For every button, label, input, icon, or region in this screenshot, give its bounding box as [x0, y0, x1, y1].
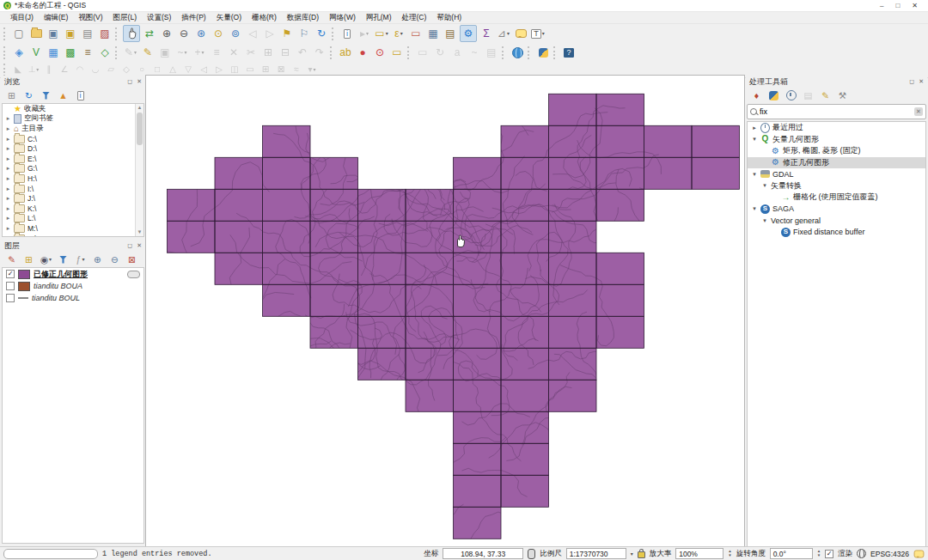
collapse-all-browser-icon[interactable]: ▲ [57, 89, 70, 102]
menu-13[interactable]: 帮助(H) [431, 13, 467, 23]
manage-map-themes-icon[interactable]: ◉▾ [40, 253, 52, 266]
browser-item-g[interactable]: ▸G:\ [3, 164, 143, 174]
show-bookmarks-icon[interactable]: ⚐ [296, 26, 312, 41]
browser-item-d[interactable]: ▸D:\ [3, 143, 143, 154]
edit-features-inplace-icon[interactable]: ✎ [819, 89, 832, 102]
browser-float-button[interactable]: ◻ [127, 78, 132, 85]
processing-options-icon[interactable]: ⚒ [836, 89, 849, 102]
new-bookmark-icon[interactable]: ⚑ [279, 26, 295, 41]
select-features-icon[interactable]: ▭▾ [374, 26, 389, 41]
expand-icon[interactable]: ▸ [5, 205, 11, 212]
map-tips-icon[interactable] [513, 26, 528, 41]
magnifier-spinbox[interactable]: 100% [675, 548, 723, 559]
history-icon[interactable] [785, 89, 797, 102]
toggle-editing-icon[interactable]: ✎ [140, 45, 156, 60]
refresh-browser-icon[interactable]: ↻ [22, 89, 35, 102]
zoom-in-icon[interactable]: ⊕ [159, 26, 174, 41]
add-selected-layers-icon[interactable]: ⊞ [5, 89, 18, 102]
layer-row-2[interactable]: tianditu BOUA [3, 280, 143, 292]
toolbox-item-5[interactable]: ▾GDAL [748, 168, 925, 180]
pan-map-icon[interactable] [123, 25, 140, 42]
datasource-manager-icon[interactable]: ◈ [11, 45, 27, 60]
field-calculator-icon[interactable]: ▤ [443, 26, 458, 41]
python-processing-icon[interactable] [767, 89, 780, 102]
add-delimited-text-icon[interactable]: ≡ [80, 45, 95, 60]
minimize-button[interactable]: – [880, 3, 883, 9]
coordinate-value[interactable]: 108.94, 37.33 [461, 550, 505, 558]
expand-icon[interactable]: ▸ [5, 136, 11, 143]
refresh-map-icon[interactable]: ↻ [314, 26, 329, 41]
browser-item-k[interactable]: ▸K:\ [3, 204, 143, 214]
new-print-layout-icon[interactable]: ▤ [80, 26, 95, 41]
filter-legend-icon[interactable] [57, 253, 70, 266]
messages-icon[interactable] [914, 550, 925, 557]
zoom-out-icon[interactable]: ⊖ [176, 26, 192, 41]
expand-icon[interactable]: ▸ [5, 215, 11, 222]
processing-toolbox-icon[interactable]: ⚙ [460, 25, 477, 42]
pin-labels-icon[interactable]: ⊙ [372, 45, 388, 60]
open-project-icon[interactable] [28, 26, 44, 41]
layers-float-button[interactable]: ◻ [127, 242, 132, 249]
close-button[interactable]: ✕ [912, 3, 918, 9]
scale-dropdown-icon[interactable]: ▾ [631, 551, 633, 557]
menu-1[interactable]: 项目(J) [5, 13, 39, 23]
toolbox-item-1[interactable]: ▸最近用过 [748, 122, 925, 134]
render-checkbox[interactable]: ✓ [825, 550, 833, 558]
crs-value[interactable]: EPSG:4326 [870, 550, 909, 558]
layer-indicator-icon[interactable] [127, 271, 140, 278]
clear-search-icon[interactable]: ✕ [914, 107, 923, 116]
layer-visibility-checkbox[interactable] [6, 294, 15, 302]
statistics-panel-icon[interactable]: Σ [479, 26, 494, 41]
expand-icon[interactable]: ▸ [5, 155, 11, 162]
layer-visibility-checkbox[interactable]: ✓ [6, 270, 15, 278]
browser-close-button[interactable]: ✕ [137, 78, 142, 85]
toolbox-float-button[interactable]: ◻ [909, 78, 914, 85]
deselect-all-icon[interactable]: ▭ [408, 26, 424, 41]
layers-close-button[interactable]: ✕ [137, 242, 142, 249]
magnifier-spin-arrows[interactable]: ▲▼ [728, 550, 731, 558]
expand-icon[interactable]: ▸ [5, 186, 11, 192]
expand-icon[interactable]: ▸ [5, 125, 11, 132]
models-icon[interactable]: ♦ [750, 89, 763, 102]
menu-10[interactable]: 网络(W) [324, 13, 361, 23]
open-layer-styling-icon[interactable]: ✎ [5, 253, 18, 266]
scroll-thumb[interactable] [137, 113, 143, 145]
open-attribute-table-icon[interactable]: ▦ [425, 26, 441, 41]
browser-item-n[interactable]: ▸N:\ [3, 234, 143, 237]
browser-item-l[interactable]: ▸L:\ [3, 214, 143, 224]
restore-button[interactable]: □ [895, 3, 900, 9]
browser-scrollbar[interactable]: ▲ ▼ [135, 104, 143, 236]
menu-11[interactable]: 网孔(M) [361, 13, 397, 23]
browser-item-h[interactable]: ▸H:\ [3, 173, 143, 184]
collapse-all-layers-icon[interactable]: ⊖ [108, 253, 121, 266]
rotation-spinbox[interactable]: 0.0° [770, 548, 813, 559]
identify-features-icon[interactable]: i [339, 26, 355, 41]
help-contents-icon[interactable]: ? [561, 45, 577, 60]
toolbox-search-input[interactable] [760, 107, 912, 116]
menu-8[interactable]: 栅格(R) [247, 13, 282, 23]
rotation-spin-arrows[interactable]: ▲▼ [817, 550, 821, 558]
scroll-down-icon[interactable]: ▼ [136, 228, 143, 236]
new-geopackage-icon[interactable]: ◇ [97, 45, 113, 60]
browser-item-i[interactable]: ▸I:\ [3, 184, 143, 194]
expand-icon[interactable]: ▸ [5, 175, 11, 182]
pan-to-selection-icon[interactable]: ⇄ [142, 26, 157, 41]
python-console-icon[interactable] [535, 45, 551, 60]
menu-2[interactable]: 编辑(E) [39, 13, 73, 23]
browser-item-m[interactable]: ▸M:\ [3, 223, 143, 234]
expand-icon[interactable]: ▸ [5, 165, 11, 172]
expand-icon[interactable]: ▸ [5, 195, 11, 202]
menu-3[interactable]: 视图(V) [73, 13, 107, 23]
add-mesh-layer-icon[interactable]: ▩ [63, 45, 78, 60]
browser-item-主目录[interactable]: ▸⌂主目录 [3, 124, 143, 134]
browser-item-空间书签[interactable]: ▸空间书签 [3, 114, 143, 125]
new-project-icon[interactable]: ▢ [11, 26, 27, 41]
save-project-icon[interactable]: ▣ [46, 26, 61, 41]
expand-icon[interactable]: ▾ [761, 182, 768, 189]
highlight-pinned-labels-icon[interactable]: ▭ [389, 45, 405, 60]
metasearch-icon[interactable] [510, 45, 525, 60]
layer-visibility-checkbox[interactable] [6, 282, 15, 290]
toolbox-item-3[interactable]: ⚙矩形, 椭圆, 菱形 (固定) [748, 145, 925, 157]
menu-7[interactable]: 矢量(O) [211, 13, 247, 23]
filter-by-expression-icon[interactable]: ƒ▾ [74, 253, 87, 266]
